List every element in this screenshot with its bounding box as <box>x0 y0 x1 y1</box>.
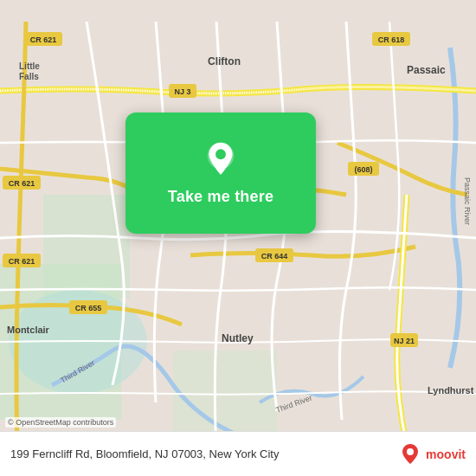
svg-text:(608): (608) <box>354 165 372 174</box>
svg-text:Clifton: Clifton <box>208 55 241 68</box>
svg-text:NJ 3: NJ 3 <box>174 87 190 96</box>
map-container: CR 621 CR 618 NJ 3 CR 621 (608) CR 509 C… <box>0 0 476 476</box>
moovit-icon <box>398 442 422 466</box>
svg-point-35 <box>215 149 226 159</box>
moovit-brand-text: moovit <box>426 447 466 461</box>
svg-text:Falls: Falls <box>19 72 39 81</box>
svg-rect-1 <box>43 195 130 299</box>
osm-attribution: © OpenStreetMap contributors <box>5 417 116 428</box>
svg-text:Nutley: Nutley <box>222 332 254 344</box>
take-me-there-button[interactable]: Take me there <box>168 188 273 206</box>
svg-text:Montclair: Montclair <box>7 325 50 335</box>
bottom-bar: 199 Ferncliff Rd, Bloomfield, NJ 07003, … <box>0 431 476 476</box>
svg-text:CR 621: CR 621 <box>9 179 35 188</box>
svg-text:Passaic: Passaic <box>407 64 446 76</box>
address-text: 199 Ferncliff Rd, Bloomfield, NJ 07003, … <box>10 447 279 460</box>
svg-text:Passaic River: Passaic River <box>463 177 472 225</box>
svg-point-36 <box>407 448 414 455</box>
svg-text:CR 618: CR 618 <box>378 35 405 44</box>
moovit-logo: moovit <box>398 442 466 466</box>
svg-text:Third River: Third River <box>274 393 313 414</box>
svg-text:CR 655: CR 655 <box>75 304 102 312</box>
svg-text:CR 621: CR 621 <box>30 35 57 44</box>
svg-text:Lyndhurst: Lyndhurst <box>428 385 474 396</box>
svg-text:CR 644: CR 644 <box>261 252 288 261</box>
svg-text:NJ 21: NJ 21 <box>394 337 415 345</box>
location-pin-icon <box>202 141 240 179</box>
map-roads: CR 621 CR 618 NJ 3 CR 621 (608) CR 509 C… <box>0 0 476 476</box>
svg-text:CR 621: CR 621 <box>9 257 35 266</box>
cta-panel[interactable]: Take me there <box>125 113 316 234</box>
svg-text:Little: Little <box>19 61 40 71</box>
